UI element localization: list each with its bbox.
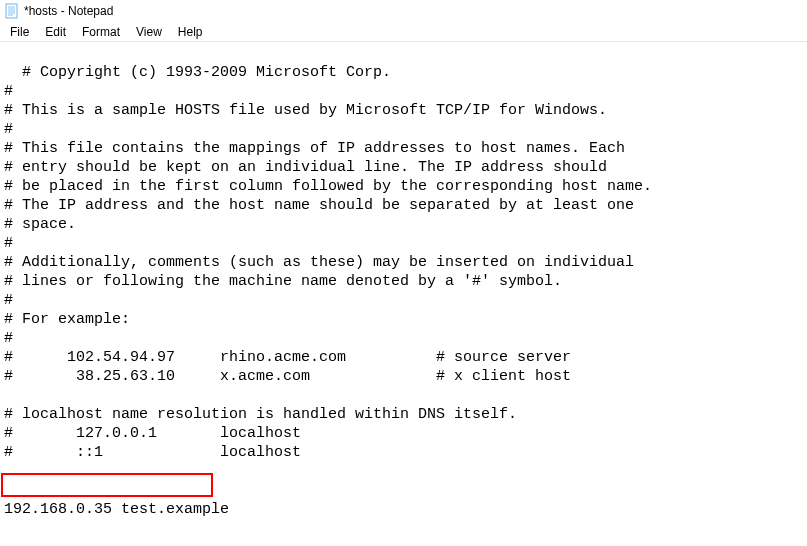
menu-view[interactable]: View [128,23,170,41]
menu-format[interactable]: Format [74,23,128,41]
menu-help[interactable]: Help [170,23,211,41]
menu-edit[interactable]: Edit [37,23,74,41]
editor-content: # Copyright (c) 1993-2009 Microsoft Corp… [4,64,652,518]
notepad-icon [4,3,20,19]
titlebar: *hosts - Notepad [0,0,807,22]
menu-file[interactable]: File [2,23,37,41]
text-editor[interactable]: # Copyright (c) 1993-2009 Microsoft Corp… [0,42,807,546]
highlight-annotation [1,473,213,497]
window-title: *hosts - Notepad [24,4,113,18]
menubar: File Edit Format View Help [0,22,807,42]
